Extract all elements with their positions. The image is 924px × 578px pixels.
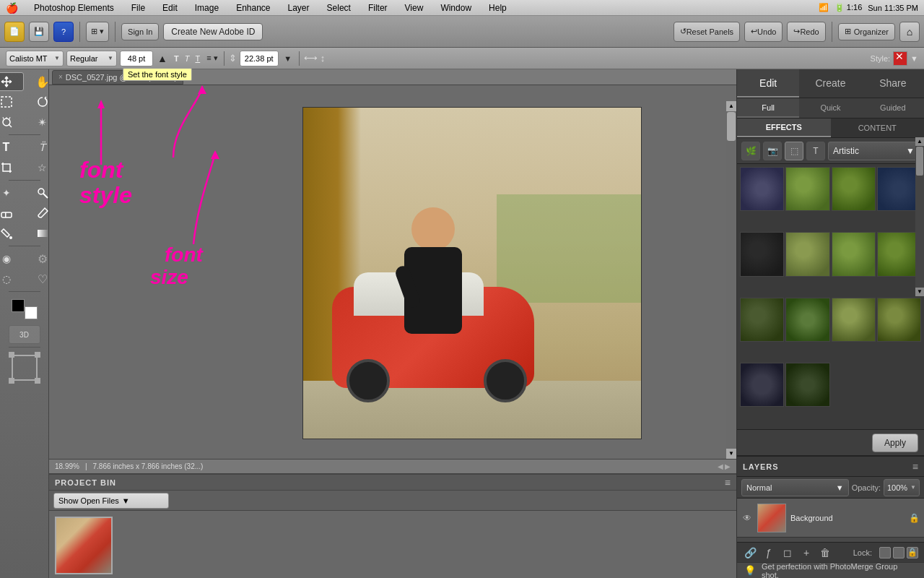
show-files-dropdown[interactable]: Show Open Files ▼ [53,493,169,509]
effect-thumb-7[interactable] [832,232,876,276]
marquee-tool-btn[interactable] [0,92,24,111]
menu-select[interactable]: Select [323,1,355,14]
type-tool-btn[interactable]: T [0,138,24,157]
menu-view[interactable]: View [401,1,428,14]
lock-transparent-btn[interactable] [879,547,891,558]
effects-scrollbar[interactable]: ▲ ▼ [915,137,924,296]
eraser-tool-btn[interactable] [0,204,24,223]
tab-create[interactable]: Create [799,69,861,98]
subtab-full[interactable]: Full [737,98,799,118]
effect-thumb-1[interactable] [740,167,784,211]
filter-photo-btn[interactable]: 📷 [763,142,782,160]
hand-tool-btn[interactable]: ✋ [25,72,50,91]
scroll-left-btn[interactable]: ◀ [718,462,723,470]
scroll-track[interactable] [726,111,736,449]
vertical-scrollbar[interactable]: ▲ ▼ [726,101,736,459]
effect-thumb-5[interactable] [740,232,784,276]
help-btn[interactable]: ? [53,22,74,42]
scroll-thumb[interactable] [727,112,736,141]
effects-scroll-down[interactable]: ▼ [915,288,924,296]
filter-text-btn[interactable]: T [806,142,825,160]
subtab-quick[interactable]: Quick [799,98,861,118]
color-swatches[interactable] [9,296,40,322]
tab-edit[interactable]: Edit [737,69,799,98]
move-tool-btn[interactable] [0,72,24,91]
menu-enhance[interactable]: Enhance [232,1,274,14]
effect-thumb-14[interactable] [785,363,829,407]
brush-tool-btn[interactable] [25,204,50,223]
effect-thumb-12[interactable] [877,298,921,342]
layer-mask-btn[interactable]: ◻ [780,545,795,560]
layer-link-btn[interactable]: 🔗 [743,545,757,560]
delete-layer-btn[interactable]: 🗑 [818,545,832,560]
menu-layer[interactable]: Layer [284,1,314,14]
filter-all-btn[interactable]: 🌿 [741,142,760,160]
create-adobe-id-button[interactable]: Create New Adobe ID [163,23,263,40]
paint-bucket-btn[interactable] [0,224,24,243]
layer-style-btn[interactable]: ƒ [762,545,776,560]
menu-image[interactable]: Image [191,1,223,14]
font-size-input[interactable]: 48 pt [120,51,153,66]
layers-options-btn[interactable]: ≡ [912,461,918,473]
3d-btn[interactable]: 3D [9,325,40,344]
menu-app-name[interactable]: Photoshop Elements [30,1,118,14]
reset-panels-btn[interactable]: ↺ Reset Panels [674,22,740,42]
font-family-select[interactable]: Calisto MT ▼ [6,51,64,66]
tab-share[interactable]: Share [862,69,924,98]
leading-arrow-btn[interactable]: ▼ [282,51,295,66]
effects-scroll-track[interactable] [915,146,924,288]
effects-category-dropdown[interactable]: Artistic ▼ [828,142,920,160]
effects-scroll-up[interactable]: ▲ [915,137,924,146]
leading-input[interactable]: 22.38 pt [240,51,279,66]
font-italic-btn[interactable]: T [183,54,192,63]
effects-tab[interactable]: EFFECTS [737,118,831,137]
menu-window[interactable]: Window [436,1,476,14]
effect-thumb-3[interactable] [832,167,876,211]
new-btn[interactable]: 📄 [4,22,25,42]
font-underline-btn[interactable]: T [193,54,202,63]
undo-btn[interactable]: ↩ Undo [744,22,783,42]
menu-edit[interactable]: Edit [158,1,182,14]
scroll-up-btn[interactable]: ▲ [726,101,736,111]
effect-thumb-10[interactable] [785,298,829,342]
sign-in-button[interactable]: Sign In [121,23,159,40]
apply-button[interactable]: Apply [872,434,918,452]
effect-thumb-4[interactable] [877,167,921,211]
effect-thumb-13[interactable] [740,363,784,407]
menu-filter[interactable]: Filter [364,1,392,14]
magic-wand-btn[interactable]: ✴ [25,113,50,131]
effect-thumb-11[interactable] [832,298,876,342]
scroll-down-btn[interactable]: ▼ [726,449,736,459]
apple-logo-icon[interactable]: 🍎 [6,2,18,14]
effect-thumb-6[interactable] [785,232,829,276]
text-align-btn[interactable]: ≡ ▾ [205,51,219,66]
canvas-scroll[interactable]: fontstyle fontsi [49,85,736,459]
project-bin-options-btn[interactable]: ≡ [725,477,731,488]
new-layer-btn[interactable]: + [799,545,814,560]
project-thumbnail[interactable] [55,517,113,574]
subtab-guided[interactable]: Guided [862,98,924,118]
font-bold-btn[interactable]: T [172,54,181,63]
lock-pixels-btn[interactable] [893,547,905,558]
cookie-cutter-btn[interactable]: ☆ [25,158,50,177]
content-tab[interactable]: CONTENT [831,118,925,137]
lock-all-btn[interactable]: 🔒 [907,547,918,558]
type-mask-btn[interactable]: T̈ [25,138,50,157]
style-dropdown-arrow[interactable]: ▼ [910,54,918,63]
save-btn[interactable]: 💾 [29,22,49,42]
filter-frames-btn[interactable]: ⬚ [785,142,803,160]
transform-widget[interactable] [9,352,40,384]
layer-visibility-icon[interactable]: 👁 [741,512,753,524]
layer-background[interactable]: 👁 Background 🔒 [737,499,924,538]
effect-thumb-2[interactable] [785,167,829,211]
effect-thumb-9[interactable] [740,298,784,342]
spot-heal-btn[interactable]: ✦ [0,184,24,202]
crop-tool-btn[interactable] [0,158,24,177]
dodge-tool-btn[interactable]: ◌ [0,269,24,288]
smudge-tool-btn[interactable]: ⚙ [25,249,50,268]
blur-tool-btn[interactable]: ◉ [0,249,24,268]
burn-tool-btn[interactable]: ♡ [25,269,50,288]
organizer-btn[interactable]: ⊞ Organizer [838,23,895,40]
lasso-tool-btn[interactable] [25,92,50,111]
scroll-right-btn[interactable]: ▶ [725,462,731,470]
